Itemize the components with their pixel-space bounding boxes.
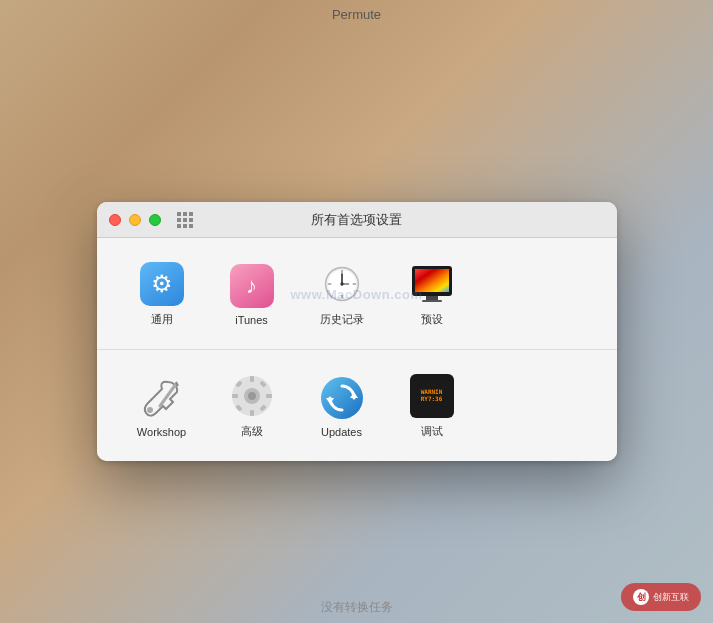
preset-icon [410,262,454,306]
maximize-button[interactable] [149,214,161,226]
advanced-icon [230,374,274,418]
window-titlebar: 所有首选项设置 [97,202,617,238]
grid-dot [189,212,193,216]
prefs-window: 所有首选项设置 通用 iTunes [97,202,617,461]
svg-rect-10 [415,269,449,292]
debug-icon-container: WARNINRY7:36 [408,372,456,420]
badge-label: 创新互联 [653,591,689,604]
itunes-label: iTunes [235,314,268,326]
debug-label: 调试 [421,424,443,439]
svg-rect-21 [232,394,238,398]
itunes-icon [230,264,274,308]
workshop-icon [140,376,184,420]
grid-dot [183,224,187,228]
brand-badge: 创 创新互联 [621,583,701,611]
svg-rect-12 [422,300,442,302]
badge-icon: 创 [633,589,649,605]
grid-dot [177,224,181,228]
itunes-icon-container [228,262,276,310]
svg-point-13 [147,407,153,413]
svg-point-8 [340,282,343,285]
pref-item-general[interactable]: 通用 [117,254,207,333]
grid-dot [177,218,181,222]
prefs-row-1: 通用 iTunes [97,238,617,350]
pref-item-preset[interactable]: 预设 [387,254,477,333]
general-icon [140,262,184,306]
pref-item-history[interactable]: 历史记录 [297,254,387,333]
pref-item-advanced[interactable]: 高级 [207,366,297,445]
pref-item-updates[interactable]: Updates [297,368,387,444]
debug-warning-text: WARNINRY7:36 [421,389,443,402]
grid-view-icon[interactable] [177,212,193,228]
svg-rect-22 [266,394,272,398]
svg-rect-11 [426,296,438,300]
window-title: 所有首选项设置 [311,211,402,229]
preset-icon-container [408,260,456,308]
pref-item-debug[interactable]: WARNINRY7:36 调试 [387,366,477,445]
grid-dot [189,224,193,228]
app-title: Permute [332,7,381,22]
grid-dot [189,218,193,222]
minimize-button[interactable] [129,214,141,226]
status-bar: 没有转换任务 [0,591,713,623]
grid-dot [183,218,187,222]
advanced-icon-container [228,372,276,420]
advanced-label: 高级 [241,424,263,439]
history-icon-container [318,260,366,308]
status-text: 没有转换任务 [321,599,393,616]
workshop-icon-container [138,374,186,422]
preset-label: 预设 [421,312,443,327]
history-label: 历史记录 [320,312,364,327]
pref-item-workshop[interactable]: Workshop [117,368,207,444]
svg-rect-19 [250,376,254,382]
workshop-label: Workshop [137,426,186,438]
updates-icon-container [318,374,366,422]
svg-point-18 [248,392,256,400]
window-body: 通用 iTunes [97,238,617,461]
pref-item-itunes[interactable]: iTunes [207,256,297,332]
grid-dot [183,212,187,216]
clock-icon [324,266,360,302]
updates-icon [320,376,364,420]
general-icon-container [138,260,186,308]
close-button[interactable] [109,214,121,226]
prefs-row-2: Workshop [97,350,617,461]
app-titlebar: Permute [0,0,713,28]
updates-label: Updates [321,426,362,438]
grid-dot [177,212,181,216]
general-label: 通用 [151,312,173,327]
svg-rect-20 [250,410,254,416]
debug-icon: WARNINRY7:36 [410,374,454,418]
